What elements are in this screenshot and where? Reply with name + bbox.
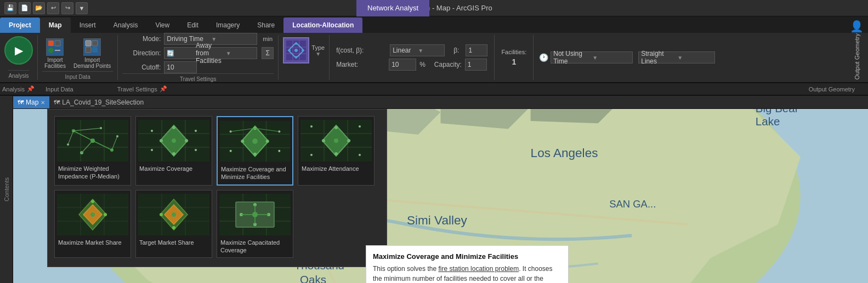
tooltip-box: Maximize Coverage and Minimize Facilitie… [366,245,569,283]
market-label: Market: [336,61,385,68]
type-card-minimize-weighted-img [57,119,128,163]
section-output-geometry: Output Geometry [809,86,855,93]
tab-imagery[interactable]: Imagery [207,18,248,33]
type-card-maximize-coverage-minimize[interactable]: Maximize Coverage and Minimize Facilitie… [217,116,293,186]
tab-edit[interactable]: Edit [178,18,207,33]
section-analysis: Analysis 📌 [2,85,35,93]
svg-text:Big Bear: Big Bear [756,109,799,114]
type-card-maximize-capacitated-label: Maximize Capacitated Coverage [219,236,291,256]
network-analyst-tab[interactable]: Network Analyst [356,0,429,16]
type-card-grid: Minimize Weighted Impedance (P-Median) [54,116,380,258]
section-analysis-icon: 📌 [27,85,35,93]
svg-point-97 [347,139,350,142]
svg-point-81 [253,153,257,156]
contents-sidebar: Contents [0,96,13,283]
direction-icon: 🔄 [167,50,196,57]
type-card-target-market-share[interactable]: Target Market Share [135,190,212,258]
mode-dropdown-arrow: ▼ [211,36,254,42]
svg-point-121 [172,212,176,217]
svg-rect-1 [55,41,60,46]
geometry-select-wrapper: Straight Lines ▼ [638,51,715,63]
undo-button[interactable]: ↩ [47,2,59,14]
type-card-maximize-capacitated[interactable]: Maximize Capacitated Coverage [217,190,293,258]
svg-point-15 [295,43,297,45]
svg-text:Lake: Lake [756,115,780,128]
tab-location-allocation[interactable]: Location-Allocation [283,18,362,33]
svg-point-82 [241,140,244,143]
right-panel: 🕐 Not Using Time ▼ Straight Lines ▼ Outp… [534,35,868,80]
section-travel-settings: Travel Settings 📌 [117,85,167,93]
map-tab-close[interactable]: ✕ [41,100,45,106]
section-row: Analysis 📌 Input Data Travel Settings 📌 … [0,83,868,95]
type-card-maximize-market-share[interactable]: Maximize Market Share [54,190,131,258]
import-facilities-label: ImportFacilities [44,57,66,69]
type-card-maximize-coverage-img [138,119,209,163]
import-demand-points-button[interactable]: ImportDemand Points [71,36,113,71]
svg-rect-6 [86,47,91,53]
tab-row: Project Map Insert Analysis View Edit Im… [0,16,868,33]
clock-icon: 🕐 [539,53,548,62]
type-card-minimize-weighted[interactable]: Minimize Weighted Impedance (P-Median) [54,116,131,186]
type-card-maximize-coverage[interactable]: Maximize Coverage [135,116,212,186]
open-button[interactable]: 📂 [33,2,45,14]
map-tab-bar: 🗺 Map ✕ 🗺 LA_Covid_19_SiteSelection [13,96,868,109]
import-facilities-button[interactable]: ImportFacilities [42,36,68,71]
type-card-maximize-attendance[interactable]: Maximize Attendance [298,116,375,186]
map-tab-map[interactable]: 🗺 Map ✕ [13,96,49,108]
tab-insert[interactable]: Insert [71,18,105,33]
tab-share[interactable]: Share [248,18,283,33]
map-background[interactable]: Ventura Thousand Oaks Simi Valley Oxnard… [13,109,868,283]
time-select-wrapper: 🕐 Not Using Time ▼ [539,51,633,63]
beta-input[interactable]: 1 [466,44,487,56]
new-project-button[interactable]: 📄 [19,2,31,14]
svg-point-101 [359,125,361,128]
fcost-select[interactable]: Linear ▼ [390,44,445,56]
svg-point-67 [160,139,163,142]
ribbon-group-analysis: ▶ Analysis [0,35,38,80]
market-input[interactable]: 10 [389,59,416,71]
map-tab-la-covid[interactable]: 🗺 LA_Covid_19_SiteSelection [49,96,148,108]
capacity-label: Capacity: [434,61,462,68]
svg-point-71 [195,149,197,151]
ribbon: Project Map Insert Analysis View Edit Im… [0,16,868,96]
geometry-select[interactable]: Straight Lines ▼ [638,51,715,63]
ribbon-group-input-data: ImportFacilities ImportDemand Points Inp… [38,35,118,80]
svg-text:SAN GA...: SAN GA... [609,198,656,210]
facilities-panel: Facilities: 1 [495,35,534,80]
svg-point-64 [172,126,175,129]
tab-analysis[interactable]: Analysis [105,18,147,33]
tab-map[interactable]: Map [40,18,71,33]
type-card-maximize-attendance-img [300,119,372,163]
mode-unit: min [263,36,273,42]
import-buttons: ImportFacilities ImportDemand Points [42,36,113,71]
svg-point-123 [160,213,163,216]
svg-point-85 [230,150,232,152]
main-area: Contents 🗺 Map ✕ 🗺 LA_Covid_19_SiteSelec… [0,96,868,283]
svg-point-69 [195,130,197,132]
type-label: Type [311,44,325,51]
capacity-input[interactable]: 1 [465,59,487,71]
svg-rect-7 [92,47,98,53]
cutoff-setting: Cutoff: 10 [122,61,274,73]
output-geometry-label: Output Geometry [852,31,863,82]
direction-setting: Direction: 🔄 Away from Facilities ▼ Σ [122,47,274,59]
type-card-maximize-coverage-minimize-img [220,119,290,163]
direction-select[interactable]: 🔄 Away from Facilities ▼ [164,47,257,59]
travel-settings-label: Travel Settings [122,73,274,82]
more-button[interactable]: ▼ [76,2,88,14]
type-button[interactable] [283,37,309,63]
direction-sigma-button[interactable]: Σ [262,47,274,59]
import-demand-label: ImportDemand Points [73,57,111,69]
redo-button[interactable]: ↪ [61,2,73,14]
contents-label: Contents [3,177,10,201]
tab-project[interactable]: Project [0,18,40,33]
tab-view[interactable]: View [146,18,178,33]
save-button[interactable]: 💾 [4,2,16,14]
svg-point-78 [252,138,258,144]
direction-label: Direction: [122,49,161,57]
svg-point-98 [334,152,338,155]
cutoff-input[interactable]: 10 [164,61,197,73]
facilities-value: 1 [512,57,516,66]
run-button[interactable]: ▶ [4,36,33,65]
time-select[interactable]: Not Using Time ▼ [551,51,633,63]
